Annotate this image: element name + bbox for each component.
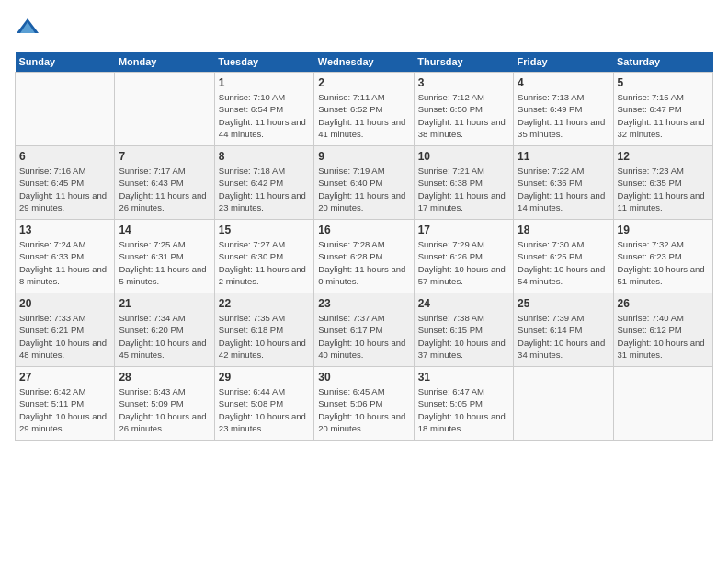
day-number: 21 bbox=[119, 297, 210, 310]
calendar-cell: 12Sunrise: 7:23 AM Sunset: 6:35 PM Dayli… bbox=[613, 146, 712, 220]
weekday-header-tuesday: Tuesday bbox=[214, 52, 313, 73]
day-info: Sunrise: 7:13 AM Sunset: 6:49 PM Dayligh… bbox=[518, 91, 609, 140]
calendar-week-1: 1Sunrise: 7:10 AM Sunset: 6:54 PM Daylig… bbox=[16, 73, 713, 146]
day-number: 10 bbox=[418, 150, 509, 163]
day-number: 12 bbox=[618, 150, 709, 163]
calendar-week-4: 20Sunrise: 7:33 AM Sunset: 6:21 PM Dayli… bbox=[16, 293, 713, 367]
day-info: Sunrise: 7:29 AM Sunset: 6:26 PM Dayligh… bbox=[418, 238, 509, 287]
day-info: Sunrise: 7:24 AM Sunset: 6:33 PM Dayligh… bbox=[19, 238, 110, 287]
day-number: 6 bbox=[19, 150, 110, 163]
day-info: Sunrise: 7:32 AM Sunset: 6:23 PM Dayligh… bbox=[618, 238, 709, 287]
calendar-cell: 1Sunrise: 7:10 AM Sunset: 6:54 PM Daylig… bbox=[214, 73, 313, 146]
day-info: Sunrise: 7:35 AM Sunset: 6:18 PM Dayligh… bbox=[219, 312, 310, 361]
calendar-cell: 9Sunrise: 7:19 AM Sunset: 6:40 PM Daylig… bbox=[314, 146, 414, 220]
weekday-header-wednesday: Wednesday bbox=[314, 52, 414, 73]
day-number: 30 bbox=[318, 371, 409, 384]
day-info: Sunrise: 7:28 AM Sunset: 6:28 PM Dayligh… bbox=[318, 238, 409, 287]
calendar-cell: 10Sunrise: 7:21 AM Sunset: 6:38 PM Dayli… bbox=[414, 146, 513, 220]
day-info: Sunrise: 7:10 AM Sunset: 6:54 PM Dayligh… bbox=[219, 91, 310, 140]
weekday-header-friday: Friday bbox=[514, 52, 613, 73]
logo bbox=[15, 15, 44, 40]
calendar-week-2: 6Sunrise: 7:16 AM Sunset: 6:45 PM Daylig… bbox=[16, 146, 713, 220]
day-number: 3 bbox=[418, 76, 509, 89]
calendar-cell bbox=[16, 73, 115, 146]
day-info: Sunrise: 7:23 AM Sunset: 6:35 PM Dayligh… bbox=[618, 165, 709, 213]
day-number: 25 bbox=[518, 297, 609, 310]
day-number: 19 bbox=[618, 224, 709, 236]
calendar-cell: 13Sunrise: 7:24 AM Sunset: 6:33 PM Dayli… bbox=[16, 220, 115, 293]
calendar-cell: 5Sunrise: 7:15 AM Sunset: 6:47 PM Daylig… bbox=[613, 73, 712, 146]
day-info: Sunrise: 7:37 AM Sunset: 6:17 PM Dayligh… bbox=[318, 312, 409, 361]
calendar-cell: 29Sunrise: 6:44 AM Sunset: 5:08 PM Dayli… bbox=[214, 367, 313, 441]
calendar-cell bbox=[514, 367, 613, 441]
day-number: 23 bbox=[318, 297, 409, 310]
calendar-cell: 25Sunrise: 7:39 AM Sunset: 6:14 PM Dayli… bbox=[514, 293, 613, 367]
calendar-cell: 27Sunrise: 6:42 AM Sunset: 5:11 PM Dayli… bbox=[16, 367, 115, 441]
day-number: 2 bbox=[318, 76, 409, 89]
day-number: 1 bbox=[219, 76, 310, 89]
day-info: Sunrise: 7:27 AM Sunset: 6:30 PM Dayligh… bbox=[219, 238, 310, 287]
calendar-cell: 6Sunrise: 7:16 AM Sunset: 6:45 PM Daylig… bbox=[16, 146, 115, 220]
calendar-cell bbox=[115, 73, 214, 146]
day-number: 24 bbox=[418, 297, 509, 310]
calendar-cell: 14Sunrise: 7:25 AM Sunset: 6:31 PM Dayli… bbox=[115, 220, 214, 293]
day-number: 8 bbox=[219, 150, 310, 163]
day-number: 29 bbox=[219, 371, 310, 384]
day-info: Sunrise: 7:22 AM Sunset: 6:36 PM Dayligh… bbox=[518, 165, 609, 213]
day-number: 17 bbox=[418, 224, 509, 236]
day-number: 16 bbox=[318, 224, 409, 236]
calendar-cell: 21Sunrise: 7:34 AM Sunset: 6:20 PM Dayli… bbox=[115, 293, 214, 367]
calendar-week-3: 13Sunrise: 7:24 AM Sunset: 6:33 PM Dayli… bbox=[16, 220, 713, 293]
calendar-cell: 3Sunrise: 7:12 AM Sunset: 6:50 PM Daylig… bbox=[414, 73, 513, 146]
calendar-cell: 7Sunrise: 7:17 AM Sunset: 6:43 PM Daylig… bbox=[115, 146, 214, 220]
day-info: Sunrise: 6:43 AM Sunset: 5:09 PM Dayligh… bbox=[119, 385, 210, 434]
calendar-cell: 4Sunrise: 7:13 AM Sunset: 6:49 PM Daylig… bbox=[514, 73, 613, 146]
calendar-cell: 20Sunrise: 7:33 AM Sunset: 6:21 PM Dayli… bbox=[16, 293, 115, 367]
day-number: 5 bbox=[618, 76, 709, 89]
calendar-week-5: 27Sunrise: 6:42 AM Sunset: 5:11 PM Dayli… bbox=[16, 367, 713, 441]
day-number: 9 bbox=[318, 150, 409, 163]
page-header bbox=[15, 15, 713, 40]
day-info: Sunrise: 6:47 AM Sunset: 5:05 PM Dayligh… bbox=[418, 385, 509, 434]
day-number: 14 bbox=[119, 224, 210, 236]
day-number: 28 bbox=[119, 371, 210, 384]
calendar-cell: 28Sunrise: 6:43 AM Sunset: 5:09 PM Dayli… bbox=[115, 367, 214, 441]
day-info: Sunrise: 7:33 AM Sunset: 6:21 PM Dayligh… bbox=[19, 312, 110, 361]
day-info: Sunrise: 7:34 AM Sunset: 6:20 PM Dayligh… bbox=[119, 312, 210, 361]
calendar-table: SundayMondayTuesdayWednesdayThursdayFrid… bbox=[15, 52, 713, 441]
calendar-cell: 30Sunrise: 6:45 AM Sunset: 5:06 PM Dayli… bbox=[314, 367, 414, 441]
day-info: Sunrise: 7:30 AM Sunset: 6:25 PM Dayligh… bbox=[518, 238, 609, 287]
day-number: 15 bbox=[219, 224, 310, 236]
calendar-cell: 19Sunrise: 7:32 AM Sunset: 6:23 PM Dayli… bbox=[613, 220, 712, 293]
day-number: 27 bbox=[19, 371, 110, 384]
weekday-header-thursday: Thursday bbox=[414, 52, 513, 73]
calendar-cell: 8Sunrise: 7:18 AM Sunset: 6:42 PM Daylig… bbox=[214, 146, 313, 220]
day-info: Sunrise: 7:18 AM Sunset: 6:42 PM Dayligh… bbox=[219, 165, 310, 213]
calendar-cell: 23Sunrise: 7:37 AM Sunset: 6:17 PM Dayli… bbox=[314, 293, 414, 367]
day-info: Sunrise: 7:17 AM Sunset: 6:43 PM Dayligh… bbox=[119, 165, 210, 213]
day-info: Sunrise: 6:42 AM Sunset: 5:11 PM Dayligh… bbox=[19, 385, 110, 434]
day-number: 31 bbox=[418, 371, 509, 384]
day-info: Sunrise: 7:12 AM Sunset: 6:50 PM Dayligh… bbox=[418, 91, 509, 140]
weekday-header-saturday: Saturday bbox=[613, 52, 712, 73]
calendar-cell: 11Sunrise: 7:22 AM Sunset: 6:36 PM Dayli… bbox=[514, 146, 613, 220]
day-info: Sunrise: 7:38 AM Sunset: 6:15 PM Dayligh… bbox=[418, 312, 509, 361]
day-number: 11 bbox=[518, 150, 609, 163]
logo-icon bbox=[15, 15, 40, 40]
day-info: Sunrise: 7:16 AM Sunset: 6:45 PM Dayligh… bbox=[19, 165, 110, 213]
day-number: 22 bbox=[219, 297, 310, 310]
day-info: Sunrise: 7:25 AM Sunset: 6:31 PM Dayligh… bbox=[119, 238, 210, 287]
calendar-cell: 15Sunrise: 7:27 AM Sunset: 6:30 PM Dayli… bbox=[214, 220, 313, 293]
day-number: 13 bbox=[19, 224, 110, 236]
day-info: Sunrise: 6:45 AM Sunset: 5:06 PM Dayligh… bbox=[318, 385, 409, 434]
calendar-cell: 18Sunrise: 7:30 AM Sunset: 6:25 PM Dayli… bbox=[514, 220, 613, 293]
day-number: 4 bbox=[518, 76, 609, 89]
day-number: 26 bbox=[618, 297, 709, 310]
day-number: 7 bbox=[119, 150, 210, 163]
weekday-header-sunday: Sunday bbox=[16, 52, 115, 73]
day-info: Sunrise: 6:44 AM Sunset: 5:08 PM Dayligh… bbox=[219, 385, 310, 434]
calendar-cell: 26Sunrise: 7:40 AM Sunset: 6:12 PM Dayli… bbox=[613, 293, 712, 367]
calendar-cell: 16Sunrise: 7:28 AM Sunset: 6:28 PM Dayli… bbox=[314, 220, 414, 293]
calendar-cell bbox=[613, 367, 712, 441]
day-number: 18 bbox=[518, 224, 609, 236]
